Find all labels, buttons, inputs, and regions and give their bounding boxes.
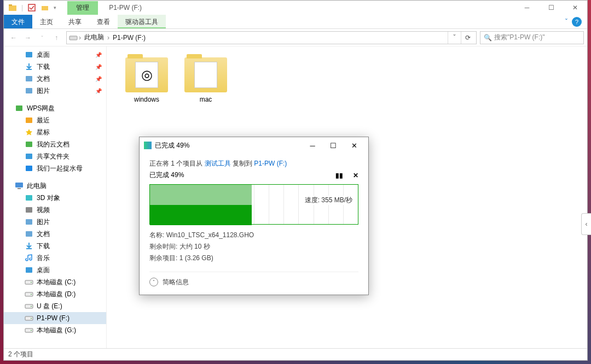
tab-home[interactable]: 主页 xyxy=(32,15,61,28)
tab-share[interactable]: 共享 xyxy=(61,15,89,28)
time-remaining-row: 剩余时间: 大约 10 秒 xyxy=(149,242,358,252)
sidebar-item[interactable]: 共享文件夹 xyxy=(4,150,106,162)
svg-rect-19 xyxy=(26,267,32,273)
folder-item[interactable]: mac xyxy=(181,57,230,103)
crumb-this-pc[interactable]: 此电脑 xyxy=(82,33,106,42)
cancel-button[interactable]: ✕ xyxy=(353,172,358,179)
sidebar-item[interactable]: 本地磁盘 (G:) xyxy=(4,324,106,336)
address-bar[interactable]: › 此电脑 › P1-PW (F:) ˇ ⟳ xyxy=(66,31,477,44)
qat-dropdown-icon[interactable]: ▾ xyxy=(54,5,56,10)
svg-rect-9 xyxy=(26,118,32,123)
refresh-icon[interactable]: ⟳ xyxy=(461,32,474,44)
svg-rect-13 xyxy=(15,183,23,187)
music-icon xyxy=(25,254,33,262)
sidebar-item[interactable]: 我的云文档 xyxy=(4,138,106,150)
svg-rect-11 xyxy=(26,154,32,159)
sidebar-item-label: P1-PW (F:) xyxy=(37,314,69,322)
minimize-button[interactable]: ─ xyxy=(515,1,539,15)
nav-up-icon[interactable]: ↑ xyxy=(50,31,63,44)
sidebar-item[interactable]: 星标 xyxy=(4,126,106,138)
search-input[interactable]: 🔍 搜索"P1-PW (F:)" xyxy=(480,31,584,44)
ribbon-tabs: 文件 主页 共享 查看 驱动器工具 ˇ ? xyxy=(4,15,587,29)
sidebar-item[interactable]: 3D 对象 xyxy=(4,192,106,204)
sidebar-item[interactable]: 下载📌 xyxy=(4,61,106,73)
sidebar-item[interactable]: 我们一起捉水母 xyxy=(4,162,106,174)
sidebar-item[interactable]: 音乐 xyxy=(4,252,106,264)
details-toggle[interactable]: ˆ 简略信息 xyxy=(149,272,358,287)
folder-small-icon[interactable] xyxy=(40,3,49,12)
sidebar-item-label: 桌面 xyxy=(37,50,50,60)
sidebar-item[interactable]: 桌面 xyxy=(4,264,106,276)
sidebar-item[interactable]: 视频 xyxy=(4,204,106,216)
sidebar-item-label: 此电脑 xyxy=(27,181,47,191)
maximize-button[interactable]: ☐ xyxy=(539,1,563,15)
sidebar-item[interactable]: 最近 xyxy=(4,114,106,126)
sidebar-item[interactable]: 桌面📌 xyxy=(4,49,106,61)
svg-point-21 xyxy=(31,282,32,283)
dialog-titlebar[interactable]: 已完成 49% ─ ☐ ✕ xyxy=(140,137,368,154)
svg-point-27 xyxy=(31,318,32,319)
source-link[interactable]: 测试工具 xyxy=(205,160,231,167)
tab-view[interactable]: 查看 xyxy=(89,15,118,28)
sidebar-item-label: 共享文件夹 xyxy=(37,152,69,161)
3d-icon xyxy=(25,193,33,202)
address-dropdown-icon[interactable]: ˇ xyxy=(448,32,461,44)
crumb-current[interactable]: P1-PW (F:) xyxy=(111,34,148,42)
sidebar-item[interactable]: 文档 xyxy=(4,228,106,240)
sidebar-item-label: 下载 xyxy=(37,242,50,251)
dialog-minimize-button[interactable]: ─ xyxy=(303,138,322,152)
dialog-maximize-button[interactable]: ☐ xyxy=(323,138,343,152)
sidebar-item[interactable]: 图片📌 xyxy=(4,85,106,97)
chevron-right-icon[interactable]: › xyxy=(78,34,82,42)
qat-divider: | xyxy=(21,4,23,11)
checkbox-icon[interactable] xyxy=(27,3,36,12)
folder-item[interactable]: ◎windows xyxy=(122,57,171,103)
copy-icon xyxy=(144,142,152,149)
svg-point-23 xyxy=(31,294,32,295)
sidebar-item[interactable]: 本地磁盘 (C:) xyxy=(4,276,106,288)
svg-rect-8 xyxy=(16,105,22,111)
nav-recent-dropdown-icon[interactable]: ˇ xyxy=(36,31,49,44)
titlebar: | ▾ 管理 P1-PW (F:) ─ ☐ ✕ xyxy=(4,1,587,15)
item-count: 2 个项目 xyxy=(8,350,33,359)
pause-button[interactable]: ▮▮ xyxy=(335,172,343,179)
desktop-icon xyxy=(25,266,33,274)
tab-drive-tools[interactable]: 驱动器工具 xyxy=(118,15,166,28)
items-remaining-row: 剩余项目: 1 (3.26 GB) xyxy=(149,253,358,263)
sidebar-item[interactable]: P1-PW (F:) xyxy=(4,312,106,324)
drive-icon xyxy=(69,33,78,42)
sidebar-item[interactable]: 下载 xyxy=(4,240,106,252)
drive-icon xyxy=(25,326,33,334)
side-flyout-icon[interactable]: ‹ xyxy=(581,213,591,235)
tab-file[interactable]: 文件 xyxy=(4,15,32,28)
ribbon-expand-icon[interactable]: ˇ xyxy=(565,18,567,26)
sidebar-item[interactable]: 图片 xyxy=(4,216,106,228)
quick-access-toolbar: | ▾ xyxy=(4,3,56,12)
sidebar-item-label: 文档 xyxy=(37,230,50,239)
sidebar-item[interactable]: 本地磁盘 (D:) xyxy=(4,288,106,300)
svg-rect-18 xyxy=(26,231,32,237)
sidebar-item[interactable]: U 盘 (E:) xyxy=(4,300,106,312)
pin-icon: 📌 xyxy=(95,52,102,58)
nav-back-icon[interactable]: ← xyxy=(7,31,20,44)
close-button[interactable]: ✕ xyxy=(563,1,587,15)
pin-icon: 📌 xyxy=(95,76,102,82)
help-icon[interactable]: ? xyxy=(572,17,582,27)
sidebar-section-wps[interactable]: WPS网盘 xyxy=(4,102,106,114)
sidebar-item-label: 我们一起捉水母 xyxy=(37,164,83,173)
sidebar-item-label: 桌面 xyxy=(37,266,50,275)
sidebar-item-label: U 盘 (E:) xyxy=(37,302,62,311)
svg-rect-2 xyxy=(28,4,35,11)
svg-rect-7 xyxy=(26,88,32,93)
document-icon xyxy=(25,230,33,238)
chevron-right-icon[interactable]: › xyxy=(106,34,111,42)
nav-forward-icon[interactable]: → xyxy=(21,31,34,44)
sidebar-item-label: 音乐 xyxy=(37,254,50,263)
progress-label: 已完成 49% xyxy=(149,171,184,180)
sidebar-item[interactable]: 文档📌 xyxy=(4,73,106,85)
sidebar-item-label: 我的云文档 xyxy=(37,140,69,149)
dialog-close-button[interactable]: ✕ xyxy=(344,138,364,152)
destination-link[interactable]: P1-PW (F:) xyxy=(254,160,287,167)
sidebar-section-this-pc[interactable]: 此电脑 xyxy=(4,180,106,192)
share-icon xyxy=(25,152,33,161)
